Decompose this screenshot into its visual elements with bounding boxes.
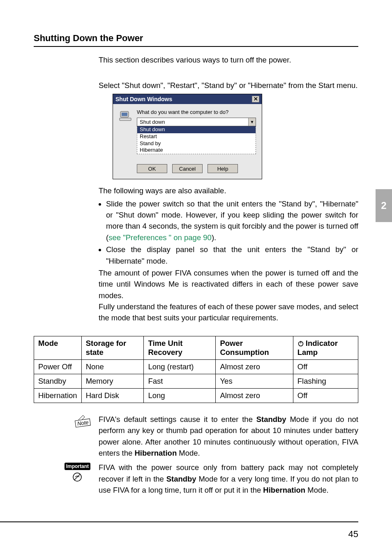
imp-c: Mode.	[305, 486, 329, 494]
combo-option-restart[interactable]: Restart	[137, 133, 256, 140]
cell: Off	[293, 359, 358, 374]
table-row: Power Off None Long (restart) Almost zer…	[34, 359, 358, 374]
following-paragraph: The following ways are also available.	[99, 185, 358, 196]
close-icon[interactable]: ✕	[252, 96, 259, 102]
amount-paragraph: The amount of power FIVA consumes when t…	[99, 267, 358, 301]
bullet1-text-b: ).	[212, 233, 216, 242]
combo-dropdown-list: Shut down Restart Stand by Hibernate	[137, 126, 256, 155]
th-mode: Mode	[34, 336, 82, 359]
preferences-link[interactable]: see "Preferences " on page 90	[108, 233, 212, 242]
important-text: FIVA with the power source only from bat…	[99, 462, 358, 496]
svg-rect-2	[120, 118, 131, 120]
svg-rect-1	[122, 113, 127, 116]
page-number: 45	[348, 529, 358, 540]
ok-button[interactable]: OK	[137, 164, 167, 173]
power-modes-table: Mode Storage for state Time Unit Recover…	[34, 336, 358, 403]
no-icon	[72, 472, 83, 484]
note-text: FIVA's default settings cause it to ente…	[99, 414, 358, 459]
chapter-tab: 2	[376, 189, 392, 222]
note-a: FIVA's default settings cause it to ente…	[99, 415, 256, 424]
select-paragraph: Select "Shut down", "Restart", "Stand by…	[99, 80, 358, 91]
dialog-prompt: What do you want the computer to do?	[137, 109, 256, 115]
cell: Hibernation	[34, 388, 82, 403]
th-power: Power Consumption	[216, 336, 293, 359]
table-row: Hibernation Hard Disk Long Almost zero O…	[34, 388, 358, 403]
footer-rule	[0, 521, 358, 522]
note-hibernation: Hibernation	[134, 449, 177, 457]
cell: Power Off	[34, 359, 82, 374]
th-indicator: Indicator Lamp	[293, 336, 358, 359]
combo-selected: Shut down	[137, 118, 248, 126]
th-time: Time Unit Recovery	[144, 336, 216, 359]
cell: Long	[144, 388, 216, 403]
cell: None	[81, 359, 144, 374]
cell: Off	[293, 388, 358, 403]
note-icon: Note	[75, 415, 90, 426]
cell: Almost zero	[216, 359, 293, 374]
table-row: Standby Memory Fast Yes Flashing	[34, 374, 358, 388]
power-icon	[297, 340, 304, 346]
combo-option-standby[interactable]: Stand by	[137, 140, 256, 147]
fully-paragraph: Fully understand the features of each of…	[99, 301, 358, 324]
note-standby: Standby	[256, 415, 286, 424]
cell: Standby	[34, 374, 82, 388]
note-c: Mode.	[177, 449, 200, 457]
imp-standby: Standby	[166, 475, 196, 483]
shutdown-combobox[interactable]: Shut down ▼	[137, 118, 256, 126]
combo-option-hibernate[interactable]: Hibernate	[137, 147, 256, 154]
th-storage: Storage for state	[81, 336, 144, 359]
cell: Almost zero	[216, 388, 293, 403]
bullet-power-switch: Slide the power switch so that the unit …	[106, 198, 358, 243]
cell: Fast	[144, 374, 216, 388]
dialog-title: Shut Down Windows	[115, 96, 172, 102]
computer-icon	[119, 109, 132, 122]
cell: Yes	[216, 374, 293, 388]
cancel-button[interactable]: Cancel	[172, 164, 203, 173]
shutdown-dialog: Shut Down Windows ✕ What do you want the…	[113, 94, 262, 180]
section-heading: Shutting Down the Power	[34, 33, 358, 47]
important-badge: Important	[65, 463, 90, 470]
chevron-down-icon[interactable]: ▼	[248, 118, 256, 126]
cell: Hard Disk	[81, 388, 144, 403]
cell: Flashing	[293, 374, 358, 388]
cell: Long (restart)	[144, 359, 216, 374]
imp-hibernation: Hibernation	[263, 486, 305, 494]
help-button[interactable]: Help	[208, 164, 238, 173]
dialog-titlebar: Shut Down Windows ✕	[113, 94, 262, 104]
cell: Memory	[81, 374, 144, 388]
combo-option-shutdown[interactable]: Shut down	[137, 126, 256, 133]
intro-paragraph: This section describes various ways to t…	[99, 54, 358, 65]
bullet-close-display: Close the display panel so that the unit…	[106, 244, 358, 266]
